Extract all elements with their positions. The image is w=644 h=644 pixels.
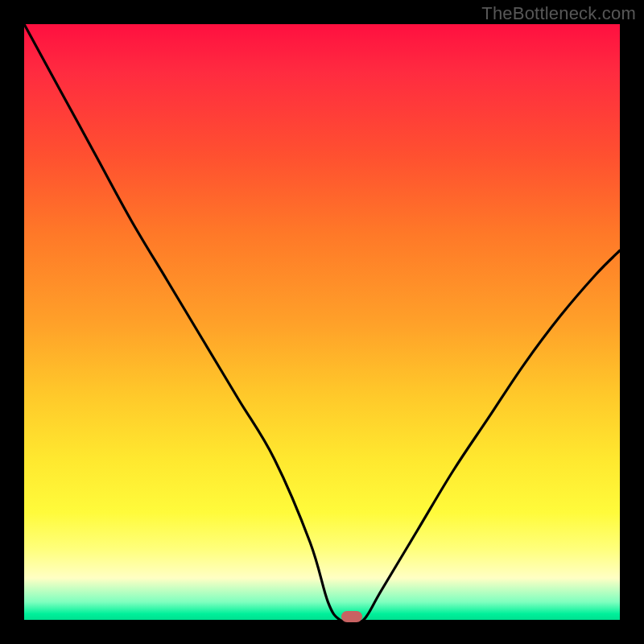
curve-path xyxy=(24,24,620,620)
optimal-point-marker xyxy=(341,611,362,622)
watermark-text: TheBottleneck.com xyxy=(481,3,636,24)
bottleneck-curve xyxy=(24,24,620,620)
chart-frame: TheBottleneck.com xyxy=(0,0,644,644)
plot-area xyxy=(24,24,620,620)
